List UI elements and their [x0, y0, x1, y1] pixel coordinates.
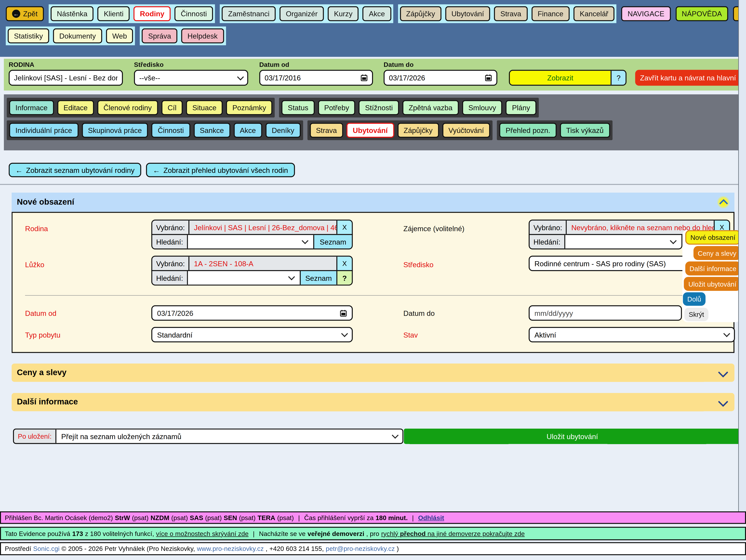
- navigace-button[interactable]: NAVIGACE: [621, 6, 671, 21]
- nav-item-sprava[interactable]: Správa: [142, 28, 177, 43]
- datum-od-input[interactable]: [151, 305, 353, 321]
- menu-nove-obsazeni-button[interactable]: Nové obsazení: [685, 230, 741, 245]
- luzko-clear-button[interactable]: X: [336, 257, 352, 270]
- nav-item-nastenka[interactable]: Nástěnka: [51, 6, 94, 21]
- back-button[interactable]: ← Zpět: [6, 6, 44, 21]
- tab-potreby[interactable]: Potřeby: [318, 100, 355, 115]
- luzko-selected-value: 1A - 2SEN - 108-A: [190, 257, 336, 270]
- zajemce-search-select[interactable]: [565, 235, 682, 248]
- logout-link[interactable]: Odhlásit: [418, 514, 444, 521]
- chevron-down-icon: [670, 237, 677, 244]
- tab-cinnosti[interactable]: Činnosti: [151, 123, 190, 138]
- menu-ceny-a-slevy-button[interactable]: Ceny a slevy: [693, 246, 741, 260]
- save-accommodation-button[interactable]: Uložit ubytování: [404, 429, 741, 444]
- tab-status[interactable]: Status: [282, 100, 314, 115]
- website-link[interactable]: www.pro-neziskovky.cz: [197, 545, 264, 552]
- nav-item-cinnosti[interactable]: Činnosti: [174, 6, 213, 21]
- tab-zpetna-vazba[interactable]: Zpětná vazba: [402, 100, 459, 115]
- nav-item-dokumenty[interactable]: Dokumenty: [53, 28, 102, 43]
- datum-do-field-label: Datum do: [403, 309, 435, 317]
- tab-deniky[interactable]: Deníky: [266, 123, 301, 138]
- menu-dalsi-informace-button[interactable]: Další informace: [685, 261, 741, 275]
- typ-pobytu-select[interactable]: Standardní: [151, 327, 353, 343]
- tab-plany[interactable]: Plány: [506, 100, 537, 115]
- datum-do-filter-input[interactable]: 03/17/2026: [384, 70, 497, 86]
- tab-clenove-rodiny[interactable]: Členové rodiny: [97, 100, 158, 115]
- ceny-a-slevy-section-header[interactable]: Ceny a slevy: [11, 363, 735, 382]
- luzko-help-button[interactable]: ?: [336, 271, 352, 285]
- nav-item-organizer[interactable]: Organizér: [280, 6, 324, 21]
- tab-prehled-pozn[interactable]: Přehled pozn.: [499, 123, 556, 138]
- calendar-icon: [485, 74, 492, 81]
- napoveda-button[interactable]: NÁPOVĚDA: [676, 6, 728, 21]
- filter-help-button[interactable]: ?: [611, 71, 626, 85]
- rodina-search-select[interactable]: [188, 235, 313, 248]
- nav-item-zapujcky[interactable]: Zápůjčky: [400, 6, 441, 21]
- stredisko-filter-select[interactable]: --vše--: [134, 70, 248, 86]
- tab-skupinova-prace[interactable]: Skupinová práce: [82, 123, 148, 138]
- zobrazit-button[interactable]: Zobrazit: [510, 71, 611, 85]
- tab-ubytovani-active[interactable]: Ubytování: [346, 123, 394, 138]
- email-link[interactable]: petr@pro-neziskovky.cz: [326, 545, 395, 552]
- tab-individualni-prace[interactable]: Individuální práce: [9, 123, 78, 138]
- tab-cil[interactable]: Cíl: [161, 100, 183, 115]
- chevron-down-icon: [237, 73, 244, 80]
- luzko-search-select[interactable]: [188, 271, 300, 285]
- session-expiry-value: 180 minut.: [375, 514, 408, 521]
- nav-item-zamestnanci[interactable]: Zaměstnanci: [222, 6, 276, 21]
- sonic-cgi-link[interactable]: Sonic.cgi: [33, 545, 59, 552]
- tab-zapujcky[interactable]: Zápůjčky: [397, 123, 439, 138]
- nav-item-strava[interactable]: Strava: [494, 6, 527, 21]
- datum-od-input-field[interactable]: [157, 309, 340, 317]
- hiding-options-link[interactable]: více o možnostech skrývání zde: [156, 530, 249, 537]
- nav-item-web[interactable]: Web: [106, 28, 133, 43]
- rodina-filter-select[interactable]: Jelínkovi [SAS] - Lesní - Bez dom: [9, 70, 123, 86]
- tab-situace[interactable]: Situace: [186, 100, 223, 115]
- nav-item-kancelar[interactable]: Kancelář: [573, 6, 614, 21]
- nav-item-statistiky[interactable]: Statistiky: [8, 28, 49, 43]
- datum-od-field-label: Datum od: [25, 309, 56, 317]
- menu-ulozit-ubytovani-button[interactable]: Uložit ubytování: [684, 277, 741, 291]
- nav-item-ubytovani[interactable]: Ubytování: [445, 6, 490, 21]
- tab-poznamky[interactable]: Poznámky: [226, 100, 272, 115]
- stav-select[interactable]: Aktivní: [529, 327, 735, 343]
- datum-od-filter-input[interactable]: 03/17/2016: [259, 70, 373, 86]
- rodina-field-label: Rodina: [25, 225, 48, 233]
- rodina-clear-button[interactable]: X: [336, 220, 352, 234]
- tab-strava[interactable]: Strava: [310, 123, 343, 138]
- show-all-families-accommodation-button[interactable]: ← Zobrazit přehled ubytování všech rodin: [146, 163, 295, 177]
- show-family-accommodation-list-button[interactable]: ← Zobrazit seznam ubytování rodiny: [9, 163, 141, 177]
- list-actions-row: ← Zobrazit seznam ubytování rodiny ← Zob…: [9, 163, 295, 177]
- top-nav-bar: ← Zpět Nástěnka Klienti Rodiny Činnosti …: [0, 0, 746, 57]
- tab-editace[interactable]: Editace: [57, 100, 94, 115]
- collapse-panel-button[interactable]: [717, 196, 730, 208]
- nav-item-finance[interactable]: Finance: [532, 6, 570, 21]
- nav-item-kurzy[interactable]: Kurzy: [327, 6, 358, 21]
- divider: [0, 184, 746, 185]
- rodina-seznam-button[interactable]: Seznam: [313, 235, 352, 248]
- nav-item-rodiny-active[interactable]: Rodiny: [134, 6, 171, 21]
- demo-switch-link[interactable]: rychlý přechod na jiné demoverze pokraču…: [381, 530, 525, 537]
- menu-dolu-button[interactable]: Dolů: [683, 292, 706, 306]
- tab-stiznosti[interactable]: Stížnosti: [359, 100, 399, 115]
- rodina-filter-label: RODINA: [9, 61, 34, 68]
- tab-smlouvy[interactable]: Smlouvy: [462, 100, 503, 115]
- rodina-selected-value: Jelínkovi | SAS | Lesní | 26-Bez_domova …: [190, 220, 336, 234]
- datum-do-input[interactable]: [529, 305, 682, 321]
- menu-skryt-button[interactable]: Skrýt: [684, 308, 708, 321]
- tab-informace[interactable]: Informace: [9, 100, 54, 115]
- tab-tisk-vykazu[interactable]: Tisk výkazů: [560, 123, 610, 138]
- tab-sankce[interactable]: Sankce: [194, 123, 230, 138]
- nav-item-klienti[interactable]: Klienti: [97, 6, 130, 21]
- nav-item-helpdesk[interactable]: Helpdesk: [181, 28, 224, 43]
- luzko-seznam-button[interactable]: Seznam: [300, 271, 336, 285]
- tab-akce[interactable]: Akce: [234, 123, 262, 138]
- nav-item-akce[interactable]: Akce: [363, 6, 391, 21]
- close-card-button[interactable]: Zavřít kartu a návrat na hlavní stranu: [635, 70, 746, 86]
- scrollbar-track[interactable]: [738, 0, 746, 511]
- datum-do-input-field[interactable]: [535, 309, 676, 317]
- dalsi-informace-section-header[interactable]: Další informace: [11, 393, 735, 411]
- rodina-selected-row: Vybráno: Jelínkovi | SAS | Lesní | 26-Be…: [151, 219, 353, 235]
- tab-vyuctovani[interactable]: Vyúčtování: [442, 123, 490, 138]
- after-save-select[interactable]: Přejít na seznam uložených záznamů: [56, 430, 402, 443]
